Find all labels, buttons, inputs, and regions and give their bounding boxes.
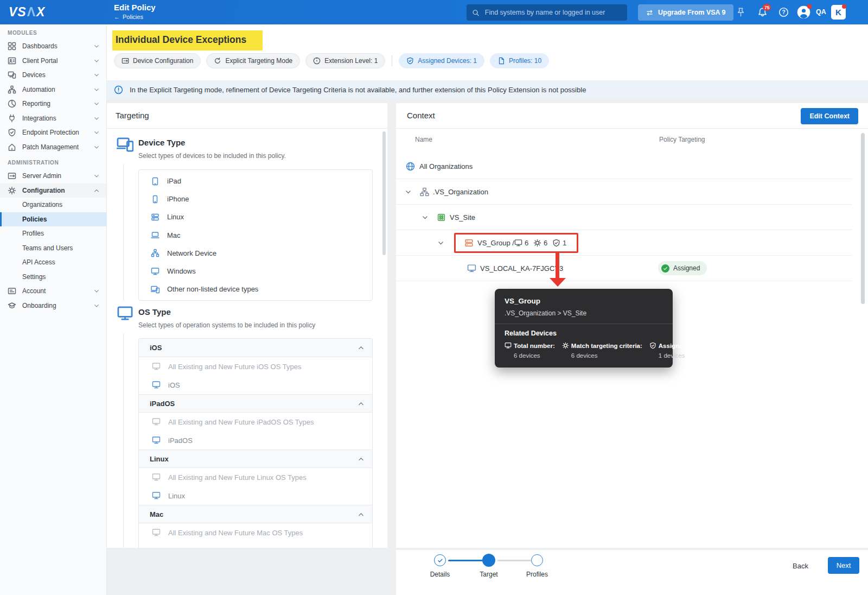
tree-row-vs-local-device[interactable]: VS_LOCAL_KA-7FJGCY3 Assigned [396,256,852,281]
os-group-linux[interactable]: Linux [139,450,372,468]
sidebar-item-configuration[interactable]: Configuration [0,183,106,198]
device-type-mac[interactable]: Mac [139,226,372,244]
sidebar-item-policies[interactable]: Policies [0,212,106,227]
sidebar-item-automation[interactable]: Automation [0,83,106,97]
chip-assigned-devices[interactable]: Assigned Devices: 1 [399,53,484,68]
device-type-network-device[interactable]: Network Device [139,244,372,262]
sidebar-item-onboarding[interactable]: Onboarding [0,299,106,313]
sidebar-item-reporting[interactable]: Reporting [0,97,106,111]
sidebar-item-patch-management[interactable]: Patch Management [0,140,106,155]
chip-profiles[interactable]: Profiles: 10 [490,53,549,68]
monitor-icon [152,362,161,371]
kaseya-alert-dot [842,4,846,9]
step-details-done-icon[interactable] [434,554,446,566]
help-icon[interactable] [778,7,789,17]
extension-level-icon [313,57,321,65]
top-bar: VSΛX Edit Policy ← Policies Upgrade From… [0,0,868,24]
breadcrumb[interactable]: ← Policies [114,14,156,20]
device-type-icon [117,136,133,153]
sidebar-item-account[interactable]: Account [0,284,106,299]
search-input[interactable] [484,8,622,17]
os-item-ios[interactable]: iOS [139,376,372,394]
sidebar-item-client-portal[interactable]: Client Portal [0,54,106,68]
sidebar-item-server-admin[interactable]: Server Admin [0,169,106,183]
upgrade-button[interactable]: Upgrade From VSA 9 [638,4,733,21]
device-type-subtitle: Select types of devices to be included i… [138,152,286,160]
chevron-down-icon[interactable] [422,214,429,221]
policy-header: Individual Device Exceptions Device Conf… [107,24,868,80]
server-admin-icon [8,172,16,180]
os-item-linux[interactable]: Linux [139,486,372,505]
sidebar-item-teams-and-users[interactable]: Teams and Users [0,241,106,256]
sidebar-item-dashboards[interactable]: Dashboards [0,39,106,54]
column-header-policy-targeting: Policy Targeting [659,136,705,143]
os-item-ipados[interactable]: iPadOS [139,431,372,450]
sidebar-item-organizations[interactable]: Organizations [0,198,106,212]
logo-text-x: X [36,5,45,20]
chevron-down-icon [93,129,100,136]
stat-assigned-to: Assigned to: 1 devices [649,342,697,359]
os-type-title: OS Type [138,307,171,317]
user-avatar[interactable] [796,5,811,20]
sidebar-item-endpoint-protection[interactable]: Endpoint Protection [0,125,106,140]
chevron-down-icon[interactable] [405,188,412,195]
gear-icon [562,342,569,349]
os-item-all-ios[interactable]: All Existing and New Future iOS OS Types [139,357,372,376]
vsax-logo[interactable]: VSΛX [9,5,45,20]
step-target-current-icon[interactable] [482,554,495,567]
tree-row-all-organizations[interactable]: All Organizations [396,154,852,179]
group-details-tooltip: VS_Group .VS_Organization > VS_Site Rela… [495,289,673,368]
policy-title-highlighted: Individual Device Exceptions [112,30,263,50]
os-group-ipados[interactable]: iPadOS [139,394,372,413]
swap-icon [646,9,654,17]
wizard-footer: Details Target Profiles Back Next [396,550,868,595]
monitor-icon [152,473,161,482]
back-button[interactable]: Back [793,562,808,570]
device-type-windows[interactable]: Windows [139,262,372,280]
os-item-all-mac[interactable]: All Existing and New Future Mac OS Types [139,523,372,542]
devices-combo-icon [151,285,159,294]
step-profiles-todo-icon[interactable] [531,554,543,566]
os-group-mac[interactable]: Mac [139,505,372,523]
sidebar-item-devices[interactable]: Devices [0,68,106,83]
laptop-icon [151,231,159,239]
dashboards-icon [8,42,16,50]
context-heading: Context [407,111,435,120]
os-group-ios[interactable]: iOS [139,339,372,357]
notification-badge: 75 [763,4,771,11]
sidebar-item-integrations[interactable]: Integrations [0,111,106,126]
context-scrollbar[interactable] [861,133,865,304]
monitor-icon [152,491,161,500]
edit-context-button[interactable]: Edit Context [801,108,858,124]
chevron-down-icon[interactable] [437,239,444,246]
annotation-arrow-head [550,278,566,287]
step-label-target: Target [480,571,497,578]
chip-extension-level[interactable]: Extension Level: 1 [305,53,385,68]
pin-icon[interactable] [736,7,746,17]
tree-row-vs-site[interactable]: VS_Site [396,205,852,230]
device-type-iphone[interactable]: iPhone [139,190,372,208]
next-button[interactable]: Next [828,557,859,574]
devices-icon [8,71,16,79]
sidebar-item-settings[interactable]: Settings [0,270,106,284]
os-item-all-ipados[interactable]: All Existing and New Future iPadOS OS Ty… [139,413,372,431]
notifications-bell-icon[interactable]: 75 [757,7,768,17]
tree-row-vs-organization[interactable]: .VS_Organization [396,179,852,205]
device-type-linux[interactable]: Linux [139,208,372,226]
sidebar-item-profiles[interactable]: Profiles [0,226,106,241]
chevron-down-icon [93,43,100,49]
os-item-all-linux[interactable]: All Existing and New Future Linux OS Typ… [139,468,372,486]
global-search[interactable] [467,4,627,21]
tree-row-vs-group[interactable]: VS_Group / 6 6 1 [396,230,852,256]
chevron-up-icon [358,511,365,518]
device-type-ipad[interactable]: iPad [139,172,372,190]
kaseya-app-icon[interactable]: K [831,5,846,20]
user-label[interactable]: QA [816,8,826,16]
device-type-other[interactable]: Other non-listed device types [139,280,372,298]
targeting-scrollbar[interactable] [382,131,386,255]
search-icon [472,9,480,17]
sidebar-item-api-access[interactable]: API Access [0,255,106,270]
section-guide-line [123,333,124,548]
chip-explicit-targeting-mode[interactable]: Explicit Targeting Mode [206,53,300,68]
chip-device-configuration[interactable]: Device Configuration [114,53,201,68]
